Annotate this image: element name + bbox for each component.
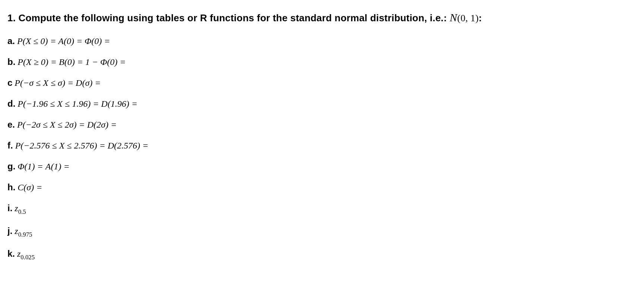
item-expression: P(−2.576 ≤ X ≤ 2.576) = D(2.576) = <box>15 141 149 151</box>
item-label: d. <box>7 99 15 109</box>
item-expression: C(σ) = <box>18 182 42 193</box>
item-label: i. <box>7 203 12 213</box>
item-expression: P(−2σ ≤ X ≤ 2σ) = D(2σ) = <box>17 120 117 130</box>
item-label: f. <box>7 140 13 151</box>
item-expression: z0.5 <box>15 203 26 215</box>
item-expression: P(X ≤ 0) = A(0) = Φ(0) = <box>17 36 110 46</box>
question-number: 1. <box>7 12 16 24</box>
list-item: b. P(X ≥ 0) = B(0) = 1 − Φ(0) = <box>7 57 637 67</box>
question-text: Compute the following using tables or R … <box>19 12 447 24</box>
item-expression: P(−σ ≤ X ≤ σ) = D(σ) = <box>15 78 101 88</box>
item-label: k. <box>7 248 15 259</box>
list-item: a. P(X ≤ 0) = A(0) = Φ(0) = <box>7 36 637 46</box>
item-label: g. <box>7 161 15 172</box>
item-label: e. <box>7 119 15 130</box>
list-item: k. z0.025 <box>7 248 637 261</box>
item-label: h. <box>7 182 15 193</box>
item-expression: z0.975 <box>15 226 32 238</box>
item-label: j. <box>7 226 12 236</box>
list-item: e. P(−2σ ≤ X ≤ 2σ) = D(2σ) = <box>7 119 637 130</box>
item-expression: z0.025 <box>17 249 35 261</box>
distribution-symbol: N(0, 1) <box>450 13 479 24</box>
list-item: g. Φ(1) = A(1) = <box>7 161 637 172</box>
question-title: 1. Compute the following using tables or… <box>7 11 637 24</box>
item-expression: P(X ≥ 0) = B(0) = 1 − Φ(0) = <box>18 57 126 67</box>
list-item: j. z0.975 <box>7 226 637 238</box>
item-label: c <box>7 78 12 88</box>
list-item: h. C(σ) = <box>7 182 637 193</box>
item-label: a. <box>7 36 15 46</box>
list-item: c P(−σ ≤ X ≤ σ) = D(σ) = <box>7 78 637 88</box>
item-label: b. <box>7 57 15 67</box>
item-expression: Φ(1) = A(1) = <box>18 162 69 172</box>
title-colon: : <box>479 12 482 24</box>
list-item: i. z0.5 <box>7 203 637 215</box>
item-expression: P(−1.96 ≤ X ≤ 1.96) = D(1.96) = <box>18 99 138 109</box>
list-item: f. P(−2.576 ≤ X ≤ 2.576) = D(2.576) = <box>7 140 637 151</box>
list-item: d. P(−1.96 ≤ X ≤ 1.96) = D(1.96) = <box>7 99 637 109</box>
